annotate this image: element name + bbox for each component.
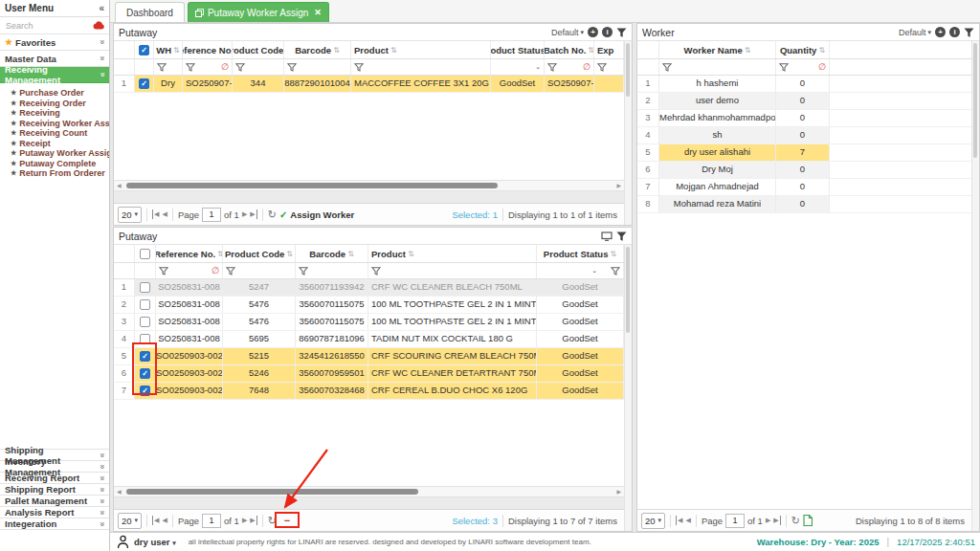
filter-icon[interactable] (226, 267, 235, 276)
filter-worker-name[interactable] (659, 59, 776, 75)
header-worker-name[interactable]: Worker Name⇅ (659, 41, 776, 58)
sidebar-item[interactable]: ★Receiving (0, 108, 109, 119)
table-row[interactable]: 1h hashemi0 (637, 76, 971, 93)
page-input[interactable] (725, 514, 745, 528)
next-page-button[interactable]: ▶ (766, 516, 770, 525)
row-checkbox[interactable] (140, 317, 150, 327)
sidebar-item[interactable]: ★Receiving Order (0, 99, 109, 109)
table-row[interactable]: 7Mojgan Ahmadnejad0 (637, 179, 971, 196)
assign-worker-button[interactable]: ✓ Assign Worker (279, 209, 354, 220)
vertical-scrollbar[interactable] (624, 245, 632, 531)
clear-filter-icon[interactable]: ∅ (212, 266, 219, 276)
sidebar-item[interactable]: ★Putaway Worker Assign (0, 148, 109, 159)
scroll-left-icon[interactable]: ◀ (117, 488, 122, 496)
filter-icon[interactable] (616, 231, 627, 241)
add-icon[interactable]: + (588, 27, 598, 37)
next-page-button[interactable]: ▶ (242, 209, 247, 219)
tab-dashboard[interactable]: Dashboard (115, 2, 185, 22)
header-product[interactable]: Product⇅ (368, 245, 537, 262)
sidebar-section[interactable]: Pallet Management» (0, 496, 109, 507)
filter-icon[interactable] (662, 63, 672, 72)
filter-quantity[interactable]: ∅ (776, 59, 830, 75)
prev-page-button[interactable]: ◀ (162, 209, 167, 219)
filter-icon[interactable] (157, 63, 167, 72)
header-exp[interactable]: Exp (594, 41, 624, 58)
first-page-button[interactable]: ◀ (152, 516, 159, 525)
sidebar-item[interactable]: ★Putaway Complete (0, 159, 109, 169)
row-checkbox[interactable]: ✓ (140, 351, 150, 362)
filter-icon[interactable] (159, 267, 168, 276)
table-row[interactable]: 8Mohamad reza Matini0 (637, 196, 971, 213)
page-input[interactable] (202, 208, 221, 222)
table-row[interactable]: 4SO250831-00856958690787181096TADIM NUT … (114, 331, 624, 348)
refresh-icon[interactable]: ↻ (268, 515, 277, 526)
table-row[interactable]: 3SO250831-00854763560070115075100 ML TOO… (114, 314, 624, 331)
table-row[interactable]: 2SO250831-00854763560070115075100 ML TOO… (114, 297, 624, 314)
filter-product[interactable] (368, 263, 537, 278)
table-row[interactable]: 1✓DrySO250907-0093448887290101004MACCOFF… (114, 76, 624, 93)
row-checkbox[interactable] (140, 299, 150, 310)
filter-barcode[interactable] (296, 263, 368, 278)
row-checkbox[interactable]: ✓ (140, 386, 150, 396)
header-wh[interactable]: WH⇅ (154, 41, 183, 58)
sidebar-section-favorites[interactable]: ★ Favorites » (0, 34, 109, 51)
header-reference-no[interactable]: Reference No.⇅ (156, 245, 223, 262)
filter-batch-no[interactable]: ∅ (545, 59, 594, 75)
filter-product-code[interactable] (233, 59, 284, 75)
table-row[interactable]: 2user demo0 (637, 93, 971, 110)
table-row[interactable]: 1SO250831-00852473560071193942CRF WC CLE… (114, 279, 624, 297)
filter-icon[interactable] (354, 63, 364, 72)
filter-product[interactable] (351, 59, 491, 75)
clear-filter-icon[interactable]: ∅ (221, 62, 229, 72)
row-checkbox[interactable] (140, 334, 150, 344)
table-row[interactable]: 4sh0 (637, 127, 971, 144)
vertical-scrollbar[interactable] (624, 41, 632, 225)
header-select-all[interactable] (135, 245, 156, 262)
scrollbar-thumb[interactable] (973, 43, 977, 158)
first-page-button[interactable]: ◀ (152, 209, 159, 219)
close-tab-icon[interactable]: ✕ (314, 8, 322, 17)
filter-product-code[interactable] (223, 263, 296, 278)
tab-putaway-worker-assign[interactable]: Putaway Worker Assign ✕ (188, 2, 329, 22)
info-icon[interactable]: i (602, 27, 612, 37)
header-quantity[interactable]: Quantity⇅ (776, 41, 830, 58)
filter-icon[interactable] (597, 63, 607, 72)
page-size-select[interactable]: 20▾ (118, 513, 142, 529)
refresh-icon[interactable]: ↻ (791, 515, 800, 526)
current-user-menu[interactable]: dry user ▾ (134, 537, 176, 547)
clear-filter-icon[interactable]: ∅ (818, 62, 826, 72)
sidebar-item[interactable]: ★Receipt (0, 139, 109, 149)
scroll-left-icon[interactable]: ◀ (117, 182, 122, 190)
filter-product-status[interactable]: ⌄ (537, 263, 624, 278)
table-row[interactable]: 3Mehrdad khanmohammadpour0 (637, 110, 971, 127)
filter-reference-no[interactable]: ∅ (183, 59, 233, 75)
scrollbar-thumb[interactable] (126, 489, 418, 495)
clear-filter-icon[interactable]: ∅ (583, 62, 590, 72)
sidebar-item[interactable]: ★Purchase Order (0, 88, 109, 99)
header-barcode[interactable]: Barcode⇅ (296, 245, 368, 262)
refresh-icon[interactable]: ↻ (268, 209, 277, 220)
table-row[interactable]: 6Dry Moj0 (637, 162, 971, 179)
table-row[interactable]: 6✓SO0250903-00252463560070959501CRF WC C… (114, 365, 624, 383)
last-page-button[interactable]: ▶ (250, 516, 256, 525)
table-row[interactable]: 5✓SO0250903-00252153245412618550CRF SCOU… (114, 348, 624, 365)
header-batch-no[interactable]: Batch No.⇅ (545, 41, 594, 58)
filter-icon[interactable] (371, 267, 381, 276)
header-barcode[interactable]: Barcode⇅ (284, 41, 351, 58)
sidebar-section[interactable]: Shipping Report» (0, 484, 109, 496)
prev-page-button[interactable]: ◀ (685, 516, 690, 525)
header-product-code[interactable]: Product Code⇅ (223, 245, 296, 262)
filter-icon[interactable] (616, 28, 627, 37)
search-input[interactable] (4, 20, 93, 32)
select-all-checkbox[interactable] (140, 249, 150, 259)
sidebar-section[interactable]: Inventory Management» (0, 461, 109, 473)
scroll-right-icon[interactable]: ▶ (616, 182, 621, 190)
header-product[interactable]: Product⇅ (351, 41, 491, 58)
filter-reference-no[interactable]: ∅ (156, 263, 223, 278)
filter-icon[interactable] (186, 63, 195, 72)
export-excel-icon[interactable] (803, 515, 813, 526)
scrollbar-thumb[interactable] (126, 183, 498, 188)
filter-product-status[interactable]: ⌄ (491, 59, 545, 75)
monitor-icon[interactable] (601, 231, 612, 241)
header-product-code[interactable]: Product Code⇅ (233, 41, 284, 58)
